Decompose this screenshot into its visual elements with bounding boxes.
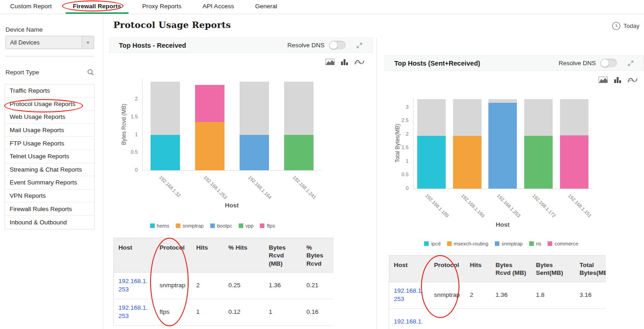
sidebar-item-traffic-reports[interactable]: Traffic Reports: [5, 84, 94, 98]
legend-label: commerce: [554, 241, 578, 246]
host-link[interactable]: 192.168.1.253: [394, 287, 423, 302]
received-panel-header: Top Hosts - Received Resolve DNS: [109, 38, 373, 53]
x-axis-label: 192.168.1.253: [496, 193, 521, 218]
sidebar-item-ftp-usage-reports[interactable]: FTP Usage Reports: [5, 137, 94, 150]
column-header-bytes-rcvd: % Bytes Rcvd: [302, 238, 334, 273]
sent-received-panel: Top Hosts (Sent+Received) Resolve DNS: [385, 56, 644, 329]
sidebar-item-firewall-rules-reports[interactable]: Firewall Rules Reports: [5, 202, 94, 216]
y-axis-tick: 3: [406, 104, 409, 110]
legend-item-snmptrap[interactable]: snmptrap: [176, 223, 204, 229]
sidebar-item-streaming-chat-reports[interactable]: Streaming & Chat Reports: [5, 163, 94, 177]
y-axis-tick: 1: [135, 132, 138, 137]
table-cell: 1.36: [491, 282, 532, 308]
clock-icon: [612, 22, 621, 30]
sidebar-divider: [6, 56, 94, 56]
tab-custom-report[interactable]: Custom Report: [3, 0, 59, 14]
line-chart-icon[interactable]: [354, 59, 364, 65]
chart-bar-192-168-1-241[interactable]: [284, 82, 314, 170]
tab-firewall-reports[interactable]: Firewall Reports: [66, 0, 129, 14]
bar-segment-other: [560, 99, 588, 135]
expand-icon[interactable]: [357, 43, 362, 48]
resolve-dns-toggle[interactable]: [600, 59, 617, 67]
time-period-selector[interactable]: Today: [612, 22, 639, 30]
chart-bar-192-168-1-164[interactable]: [240, 82, 269, 170]
chart-type-switcher: [325, 59, 364, 65]
table-cell: 2: [192, 272, 224, 299]
chart-legend: hemssnmptrapbootpcvppftps: [109, 223, 316, 229]
chart-bar-192-168-1-160[interactable]: [453, 99, 482, 189]
received-panel: Top Hosts - Received Resolve DNS: [109, 38, 373, 329]
column-header-bytes-rcvd-mb: Bytes Rcvd (MB): [264, 238, 302, 273]
legend-item-bootpc[interactable]: bootpc: [210, 223, 232, 229]
legend-item-msexch-routing[interactable]: msexch-routing: [447, 241, 488, 246]
column-header-protocol: Protocol: [430, 256, 465, 282]
nav-tabs: Custom ReportFirewall ReportsProxy Repor…: [3, 0, 291, 14]
host-link[interactable]: 192.168.1.253: [118, 278, 148, 293]
area-chart-icon[interactable]: [599, 77, 608, 83]
bar-segment-ris: [524, 136, 553, 189]
chart-bar-192-168-1-151[interactable]: [560, 99, 588, 189]
expand-icon[interactable]: [628, 61, 633, 66]
chart-bar-192-168-1-172[interactable]: [524, 99, 553, 189]
report-type-row: Report Type: [6, 66, 94, 78]
bar-segment-snmptrap: [195, 122, 224, 170]
report-type-label: Report Type: [6, 69, 39, 76]
legend-item-hems[interactable]: hems: [150, 223, 169, 229]
x-axis-title: Host: [413, 221, 592, 228]
chart-bar-192-168-1-253[interactable]: [488, 99, 517, 189]
chevron-down-icon[interactable]: ▾: [82, 36, 94, 49]
line-chart-icon[interactable]: [627, 77, 638, 83]
sidebar-item-event-summary-reports[interactable]: Event Summary Reports: [5, 176, 94, 190]
bar-chart-icon[interactable]: [614, 77, 622, 83]
x-axis-label: 192.168.1.160: [460, 193, 486, 218]
sidebar-item-vpn-reports[interactable]: VPN Reports: [5, 190, 94, 203]
chart-bar-192-168-1-253[interactable]: [195, 85, 224, 170]
legend-swatch: [529, 241, 534, 246]
device-select[interactable]: All Devices ▾: [6, 36, 94, 49]
chart-legend: ipcdmsexch-routingsnmptrapriscommerce: [385, 241, 618, 246]
chart-bar-192-168-1-189[interactable]: [417, 99, 446, 189]
sidebar-item-inbound-outbound[interactable]: Inbound & Outbound: [5, 216, 94, 229]
sidebar-item-web-usage-reports[interactable]: Web Usage Reports: [5, 111, 94, 124]
host-link[interactable]: 192.168.1.253: [118, 304, 148, 319]
legend-item-snmptrap[interactable]: snmptrap: [495, 241, 523, 246]
bar-segment-other: [488, 99, 517, 103]
host-link[interactable]: 192.168.1.: [394, 318, 423, 325]
area-chart-icon[interactable]: [325, 59, 335, 65]
sidebar-item-protocol-usage-reports[interactable]: Protocol Usage Reports: [5, 98, 94, 111]
received-panel-title: Top Hosts - Received: [119, 42, 186, 49]
legend-item-vpp[interactable]: vpp: [239, 223, 254, 229]
bar-segment-other: [240, 82, 269, 135]
table-cell: 0.12: [224, 299, 264, 325]
bar-segment-hems: [151, 135, 180, 170]
chart-bar-192-168-1-32[interactable]: [151, 82, 180, 170]
device-name-label: Device Name: [6, 26, 43, 33]
table-cell: 192.168.1.253: [114, 272, 155, 299]
table-cell: snmptrap: [155, 272, 192, 299]
y-axis-tick: 1.5: [402, 145, 409, 150]
received-table-wrap: HostProtocolHits% HitsBytes Rcvd (MB)% B…: [113, 238, 334, 329]
tab-general[interactable]: General: [248, 0, 285, 14]
sidebar-item-telnet-usage-reports[interactable]: Telnet Usage Reports: [5, 150, 94, 163]
column-header-total-bytes-mb: Total Bytes(MB): [575, 256, 606, 282]
table-cell: 192.168.1.253: [114, 299, 155, 325]
search-icon[interactable]: [87, 69, 94, 76]
table-row: 192.168.1.: [389, 308, 606, 329]
report-type-list: Traffic ReportsProtocol Usage ReportsWeb…: [5, 84, 95, 229]
tab-proxy-reports[interactable]: Proxy Reports: [135, 0, 189, 14]
legend-item-ipcd[interactable]: ipcd: [424, 241, 440, 246]
legend-item-commerce[interactable]: commerce: [548, 241, 578, 246]
legend-swatch: [239, 223, 243, 228]
sidebar-item-mail-usage-reports[interactable]: Mail Usage Reports: [5, 124, 94, 137]
table-cell: 1.36: [264, 272, 302, 299]
column-header-bytes-rcvd-mb: Bytes Rcvd (MB): [491, 256, 532, 282]
table-cell: [491, 308, 532, 329]
legend-item-ris[interactable]: ris: [529, 241, 542, 246]
legend-label: snmptrap: [502, 241, 523, 246]
legend-swatch: [447, 241, 452, 246]
main-content: Protocol Usage Reports Today Top Hosts -…: [103, 14, 644, 329]
tab-api-access[interactable]: API Access: [195, 0, 241, 14]
resolve-dns-toggle[interactable]: [329, 41, 346, 50]
legend-item-ftps[interactable]: ftps: [260, 223, 275, 229]
bar-chart-icon[interactable]: [341, 59, 348, 65]
